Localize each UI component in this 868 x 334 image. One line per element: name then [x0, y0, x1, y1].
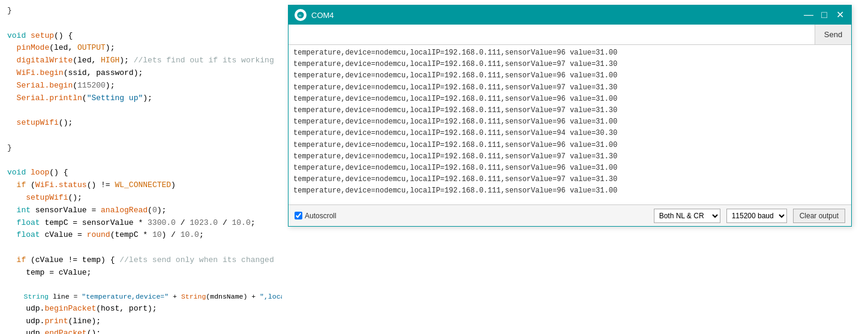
autoscroll-checkbox[interactable]	[295, 212, 302, 219]
autoscroll-label[interactable]: Autoscroll	[295, 212, 337, 220]
maximize-button[interactable]: □	[819, 10, 830, 20]
code-line: temp = cValue;	[7, 267, 275, 279]
code-line	[7, 279, 275, 292]
code-editor: } void setup() { pinMode(led, OUTPUT); d…	[0, 0, 282, 334]
serial-titlebar: ∞ COM4 — □ ✕	[289, 5, 851, 25]
serial-output-line: temperature,device=nodemcu,localIP=192.1…	[293, 151, 846, 163]
code-line	[7, 104, 275, 117]
code-line: }	[7, 5, 275, 17]
code-line: udp.beginPacket(host, port);	[7, 303, 275, 315]
code-line	[7, 130, 275, 142]
code-line: udp.print(line);	[7, 315, 275, 328]
serial-input-row: Send	[289, 25, 851, 45]
code-line: pinMode(led, OUTPUT);	[7, 42, 275, 55]
code-line	[7, 242, 275, 254]
autoscroll-text: Autoscroll	[305, 212, 337, 220]
serial-monitor-window: ∞ COM4 — □ ✕ Send temperature,device=nod…	[288, 5, 852, 227]
serial-output-line: temperature,device=nodemcu,localIP=192.1…	[293, 82, 846, 94]
code-line: Serial.println("Setting up");	[7, 92, 275, 105]
code-line: void loop() {	[7, 167, 275, 179]
clear-output-button[interactable]: Clear output	[793, 209, 845, 223]
serial-output-line: temperature,device=nodemcu,localIP=192.1…	[293, 116, 846, 128]
nl-cr-select[interactable]: Both NL & CR No line ending Newline Carr…	[654, 209, 720, 223]
serial-input[interactable]	[289, 25, 815, 44]
serial-output-line: temperature,device=nodemcu,localIP=192.1…	[293, 105, 846, 116]
svg-text:∞: ∞	[299, 13, 302, 17]
code-line: udp.endPacket();	[7, 327, 275, 334]
code-line: float cValue = round(tempC * 10) / 10.0;	[7, 229, 275, 242]
serial-output-line: temperature,device=nodemcu,localIP=192.1…	[293, 128, 846, 139]
window-controls: — □ ✕	[803, 10, 845, 20]
code-line: int sensorValue = analogRead(0);	[7, 204, 275, 217]
baud-select[interactable]: 115200 baud 9600 baud 19200 baud 38400 b…	[726, 209, 787, 223]
code-line: setupWifi();	[7, 117, 275, 130]
serial-bottom-bar: Autoscroll Both NL & CR No line ending N…	[289, 204, 851, 226]
code-line: if (WiFi.status() != WL_CONNECTED)	[7, 179, 275, 192]
code-line: if (cValue != temp) { //lets send only w…	[7, 254, 275, 267]
code-line	[7, 155, 275, 167]
code-line: WiFi.begin(ssid, password);	[7, 67, 275, 80]
code-line	[7, 17, 275, 30]
code-line: setupWifi();	[7, 192, 275, 204]
window-title: COM4	[311, 11, 803, 20]
minimize-button[interactable]: —	[803, 10, 814, 20]
code-line: Serial.begin(115200);	[7, 80, 275, 92]
serial-output[interactable]: temperature,device=nodemcu,localIP=192.1…	[289, 45, 851, 204]
code-line: String line = "temperature,device=" + St…	[7, 291, 275, 302]
code-line: }	[7, 142, 275, 155]
close-button[interactable]: ✕	[834, 10, 845, 20]
code-line: void setup() {	[7, 30, 275, 43]
serial-output-line: temperature,device=nodemcu,localIP=192.1…	[293, 174, 846, 185]
serial-output-line: temperature,device=nodemcu,localIP=192.1…	[293, 163, 846, 174]
serial-output-line: temperature,device=nodemcu,localIP=192.1…	[293, 47, 846, 59]
serial-output-line: temperature,device=nodemcu,localIP=192.1…	[293, 140, 846, 151]
code-line: digitalWrite(led, HIGH); //lets find out…	[7, 55, 275, 67]
serial-output-line: temperature,device=nodemcu,localIP=192.1…	[293, 185, 846, 197]
serial-output-line: temperature,device=nodemcu,localIP=192.1…	[293, 70, 846, 82]
serial-output-line: temperature,device=nodemcu,localIP=192.1…	[293, 59, 846, 70]
arduino-icon: ∞	[295, 9, 307, 21]
send-button[interactable]: Send	[815, 25, 851, 44]
code-line: float tempC = sensorValue * 3300.0 / 102…	[7, 217, 275, 230]
serial-output-line: temperature,device=nodemcu,localIP=192.1…	[293, 94, 846, 105]
